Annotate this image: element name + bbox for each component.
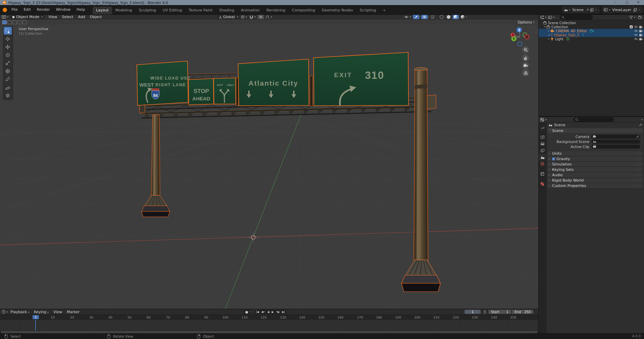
camera-toggle-icon[interactable]	[639, 38, 643, 41]
window-titlebar[interactable]: Higway_Sign_5 [D:\Desk\Higway_Signs\Higw…	[0, 0, 644, 5]
menu-item[interactable]: Edit	[20, 5, 34, 14]
navigation-gizmo[interactable]: Z Y X	[509, 26, 531, 47]
camera-toggle-icon[interactable]	[639, 26, 643, 29]
play-reverse-button[interactable]: ◀	[266, 310, 270, 314]
checkbox-icon[interactable]	[630, 25, 633, 29]
workspace-tab[interactable]: Rendering	[263, 7, 288, 14]
panel-scene[interactable]: › Scene	[547, 128, 643, 133]
current-frame-field[interactable]: 1	[465, 310, 481, 314]
properties-editor-dropdown[interactable]: ▾	[540, 118, 547, 122]
workspace-tab[interactable]: Animation	[237, 7, 263, 14]
sign-stop-ahead[interactable]: STOP AHEAD	[189, 79, 214, 105]
eye-icon[interactable]	[634, 38, 638, 40]
playhead[interactable]	[35, 320, 36, 331]
tool-transform[interactable]	[4, 67, 12, 75]
keying-dropdown[interactable]: ▾	[250, 310, 251, 313]
new-collection-button[interactable]	[638, 15, 642, 19]
viewport-menu-item[interactable]: Object	[88, 15, 104, 19]
tab-view-layer[interactable]	[539, 147, 546, 154]
outliner-row-cinema-4d-editor[interactable]: ▸ CINEMA_4D_Editor	[539, 29, 644, 33]
workspace-tab[interactable]: Scripting	[356, 7, 379, 14]
timeline-editor-dropdown[interactable]: ▾	[2, 310, 8, 314]
outliner-row-collection[interactable]: ▾ Collection	[539, 25, 644, 29]
camera-view-button[interactable]	[522, 62, 529, 69]
drag-dots-icon[interactable]: ::::	[636, 163, 641, 166]
pan-view-button[interactable]	[522, 54, 529, 61]
viewport-menu-item[interactable]: Select	[59, 15, 75, 19]
axis-neg-x[interactable]	[525, 35, 529, 39]
tab-scene[interactable]	[539, 154, 546, 160]
drag-dots-icon[interactable]: ::::	[636, 174, 641, 177]
tab-output[interactable]	[539, 140, 546, 147]
workspace-tab[interactable]: UV Editing	[159, 7, 185, 14]
pole-right[interactable]	[414, 67, 428, 262]
section-custom-properties[interactable]: › Custom Properties ::::	[547, 183, 643, 188]
viewport-canvas[interactable]: WIDE LOAD USE RIGHT LANE WEST 94 STOP AH…	[0, 25, 538, 309]
workspace-tab[interactable]: +	[379, 7, 389, 14]
workspace-tab[interactable]: Texture Paint	[185, 7, 216, 14]
disclosure-open-icon[interactable]: ▾	[543, 26, 546, 28]
transform-orientation-dropdown[interactable]: Global ▾	[217, 15, 239, 19]
background-scene-field[interactable]	[591, 140, 640, 144]
sign-west-94[interactable]: WIDE LOAD USE RIGHT LANE WEST 94	[137, 61, 191, 105]
drag-dots-icon[interactable]: ::::	[636, 179, 641, 182]
timeline-view-menu[interactable]: View	[51, 310, 64, 314]
eyedropper-icon[interactable]	[636, 135, 639, 138]
sidebar-collapse-arrow[interactable]: ‹	[535, 30, 537, 34]
select-mode-invert-button[interactable]	[17, 20, 22, 24]
timeline-channel-area[interactable]	[0, 320, 538, 331]
prev-keyframe-button[interactable]: ◀•	[260, 310, 266, 314]
eye-icon[interactable]	[634, 30, 638, 32]
playback-menu[interactable]: Playback▾	[8, 310, 32, 314]
tool-add-primitive[interactable]	[4, 91, 12, 99]
tool-cursor[interactable]	[4, 35, 12, 43]
sign-exit-310[interactable]: EXIT 310	[314, 52, 409, 106]
outliner-row-higway-sign-5[interactable]: ▸ ▽ Higway_Sign_5 ▽	[539, 33, 644, 37]
end-frame-field[interactable]: End250	[512, 310, 533, 314]
drag-dots-icon[interactable]: ::::	[636, 168, 641, 171]
active-clip-field[interactable]	[591, 145, 640, 149]
pin-icon[interactable]	[586, 8, 589, 11]
marker-menu[interactable]: Marker	[64, 310, 82, 314]
outliner-row-scene-collection[interactable]: Scene Collection	[539, 21, 644, 25]
shading-wireframe-button[interactable]	[438, 15, 445, 19]
section-simulation[interactable]: › Simulation ::::	[547, 162, 643, 166]
outliner-row-light[interactable]: ▸ Light	[539, 37, 644, 41]
viewport-menu-item[interactable]: Add	[75, 15, 87, 19]
drag-dots-icon[interactable]: ::::	[636, 157, 641, 160]
close-button[interactable]: ✕	[633, 0, 644, 5]
workspace-tab[interactable]: Shading	[216, 7, 238, 14]
view-layer-selector[interactable]: ▾ ViewLayer ✕	[602, 7, 643, 13]
camera-toggle-icon[interactable]	[639, 34, 643, 37]
menu-item[interactable]: Help	[73, 5, 88, 14]
tool-rotate[interactable]	[4, 51, 12, 59]
tab-world[interactable]	[539, 160, 546, 167]
workspace-tab[interactable]: Sculpting	[136, 7, 159, 14]
camera-field[interactable]	[591, 135, 640, 139]
gravity-checkbox[interactable]: ✓	[552, 157, 555, 160]
sign-exit-only[interactable]: EXIT ONLY	[214, 78, 236, 104]
tab-tool[interactable]	[539, 125, 546, 132]
properties-options-dropdown[interactable]: ▾	[641, 118, 643, 121]
section-gravity[interactable]: › ✓ Gravity ::::	[547, 156, 643, 161]
menu-item[interactable]: Window	[53, 5, 73, 14]
xray-toggle[interactable]	[429, 15, 436, 19]
shading-material-button[interactable]	[452, 15, 459, 19]
sign-atlantic-city[interactable]: Atlantic City	[238, 59, 309, 106]
section-keying-sets[interactable]: › Keying Sets ::::	[547, 167, 643, 172]
tool-scale[interactable]	[4, 59, 12, 67]
outliner-filter-dropdown[interactable]: ▾	[629, 16, 635, 19]
outliner-filter-icon[interactable]: ▾	[548, 16, 554, 19]
eye-icon[interactable]	[634, 26, 638, 28]
editor-type-button[interactable]: ▾	[2, 15, 8, 19]
start-frame-field[interactable]: Start1	[488, 310, 511, 314]
disclosure-closed-icon[interactable]: ▸	[547, 38, 550, 40]
axis-neg-z[interactable]	[518, 42, 522, 46]
tab-render[interactable]	[539, 134, 546, 140]
jump-to-start-button[interactable]: |◀	[255, 310, 260, 314]
play-button[interactable]: ▶	[271, 310, 275, 314]
zoom-view-button[interactable]	[522, 46, 529, 53]
maximize-button[interactable]: ▢	[621, 0, 633, 5]
tool-move[interactable]	[4, 43, 12, 51]
gizmos-toggle[interactable]	[413, 15, 419, 19]
